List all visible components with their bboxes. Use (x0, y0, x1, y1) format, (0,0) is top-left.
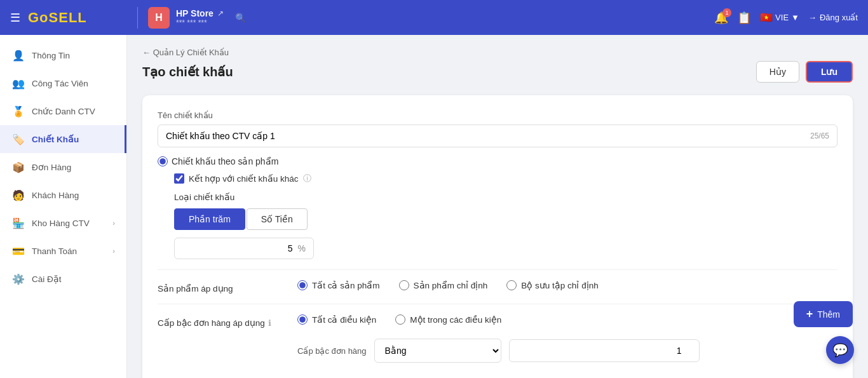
logout-button[interactable]: → Đăng xuất (808, 13, 858, 22)
tat-ca-san-pham-option[interactable]: Tất cả sản phẩm (297, 280, 380, 290)
sidebar-item-label: Cài Đặt (32, 274, 62, 284)
cap-bac-select[interactable]: Bằng Lớn hơn Nhỏ hơn (374, 339, 501, 363)
tat-ca-san-pham-radio[interactable] (297, 280, 308, 290)
store-stars: *** *** *** (176, 18, 224, 27)
navbar-right: 🔔 1 📋 🇻🇳 VIE ▼ → Đăng xuất (714, 11, 858, 25)
chiet-khau-theo-san-pham-radio[interactable] (158, 156, 168, 166)
bell-icon[interactable]: 🔔 1 (714, 11, 728, 25)
sidebar-item-chuc-danh-ctv[interactable]: 🏅 Chức Danh CTV (0, 97, 126, 125)
cap-bac-number-input[interactable] (509, 339, 700, 362)
ket-hop-info-icon[interactable]: ⓘ (303, 173, 311, 184)
cap-bac-dropdown-row: Cấp bậc đơn hàng Bằng Lớn hơn Nhỏ hơn (297, 339, 837, 363)
so-tien-button[interactable]: Số Tiền (247, 208, 308, 230)
them-label: Thêm (817, 309, 840, 320)
bo-suu-tap-option[interactable]: Bộ sưu tập chỉ định (506, 280, 598, 290)
san-pham-ap-dung-label: Sản phẩm áp dụng (158, 280, 285, 294)
clipboard-icon[interactable]: 📋 (737, 11, 751, 25)
page-title: Tạo chiết khấu (142, 64, 233, 79)
cancel-button[interactable]: Hủy (756, 61, 799, 83)
discount-value-input-wrapper: % (174, 238, 314, 259)
char-count: 25/65 (810, 132, 829, 140)
chevron-right-icon: › (112, 247, 115, 255)
mot-trong-cac-option[interactable]: Một trong các điều kiện (395, 314, 501, 325)
language-selector[interactable]: 🇻🇳 VIE ▼ (760, 11, 799, 24)
save-button[interactable]: Lưu (806, 61, 853, 83)
language-label: VIE (775, 13, 789, 22)
type-buttons-group: Phần trăm Số Tiền (174, 208, 837, 230)
cap-bac-don-hang-content: Tất cả điều kiện Một trong các điều kiện… (297, 314, 837, 363)
logo-sell: SELL (49, 10, 87, 25)
cap-bac-dropdown-label: Cấp bậc đơn hàng (297, 346, 367, 356)
san-pham-ap-dung-row: Sản phẩm áp dụng Tất cả sản phẩm Sản phẩ… (158, 269, 837, 304)
sidebar-item-label: Thông Tin (32, 51, 70, 60)
bo-suu-tap-radio[interactable] (506, 280, 517, 290)
sidebar-item-thong-tin[interactable]: 👤 Thông Tin (0, 41, 126, 69)
breadcrumb-arrow: ← (142, 48, 151, 57)
sidebar-item-label: Chiết Khấu (32, 134, 79, 144)
notification-badge: 1 (722, 8, 731, 17)
sidebar-item-don-hang[interactable]: 📦 Đơn Hàng (0, 153, 126, 181)
san-pham-ap-dung-content: Tất cả sản phẩm Sản phẩm chỉ định Bộ sưu… (297, 280, 837, 290)
cap-bac-don-hang-label: Cấp bậc đơn hàng áp dụng ℹ (158, 314, 285, 328)
phan-tram-button[interactable]: Phần trăm (174, 208, 245, 230)
loai-chiet-khau-section: Loại chiết khấu Phần trăm Số Tiền % (174, 192, 837, 259)
sidebar-item-cong-tac-vien[interactable]: 👥 Công Tác Viên (0, 69, 126, 97)
logout-label: Đăng xuất (820, 13, 858, 22)
store-name: HP Store (176, 8, 214, 18)
bo-suu-tap-label: Bộ sưu tập chỉ định (521, 280, 598, 290)
cap-bac-info-icon[interactable]: ℹ (268, 318, 271, 328)
san-pham-chi-dinh-radio[interactable] (399, 280, 409, 290)
store-info: H HP Store ↗ *** *** *** 🔍 (137, 7, 714, 29)
logo-go: Go (28, 10, 49, 25)
chat-bubble-button[interactable]: 💬 (826, 336, 854, 364)
store-external-link-icon[interactable]: ↗ (217, 9, 224, 18)
header-actions: Hủy Lưu (756, 61, 853, 83)
discount-value-input[interactable] (255, 243, 293, 253)
navbar: ☰ GoSELL H HP Store ↗ *** *** *** 🔍 🔔 1 … (0, 0, 868, 35)
logout-icon: → (808, 13, 817, 22)
chevron-down-icon: ▼ (791, 13, 799, 22)
cai-dat-icon: ⚙️ (11, 272, 25, 286)
ket-hop-checkbox[interactable] (174, 173, 184, 184)
sidebar-item-label: Công Tác Viên (32, 79, 88, 88)
ten-chiet-khau-input[interactable] (166, 131, 810, 141)
cong-tac-vien-icon: 👥 (11, 76, 25, 90)
ten-chiet-khau-input-wrapper: 25/65 (158, 125, 837, 147)
sidebar-item-chiet-khau[interactable]: 🏷️ Chiết Khấu (0, 125, 126, 153)
chat-icon: 💬 (832, 342, 848, 358)
hamburger-icon[interactable]: ☰ (10, 11, 20, 25)
tat-ca-dieu-kien-option[interactable]: Tất cả điều kiện (297, 314, 376, 325)
them-plus-icon: + (806, 307, 813, 321)
thanh-toan-icon: 💳 (11, 244, 25, 258)
thong-tin-icon: 👤 (11, 48, 25, 62)
sidebar-item-khach-hang[interactable]: 🧑 Khách Hàng (0, 181, 126, 209)
main-content: ← Quản Lý Chiết Khấu Tạo chiết khấu Hủy … (127, 35, 868, 378)
ket-hop-row: Kết hợp với chiết khấu khác ⓘ (174, 173, 837, 184)
tat-ca-san-pham-label: Tất cả sản phẩm (312, 280, 380, 290)
mot-trong-cac-radio[interactable] (395, 314, 405, 325)
chevron-right-icon: › (112, 219, 115, 227)
page-header: Tạo chiết khấu Hủy Lưu (142, 61, 853, 83)
breadcrumb-label: Quản Lý Chiết Khấu (153, 48, 229, 57)
ket-hop-label: Kết hợp với chiết khấu khác (189, 173, 299, 184)
chiet-khau-type-radio-group: Chiết khấu theo sản phẩm (158, 156, 837, 166)
chiet-khau-icon: 🏷️ (11, 132, 25, 146)
don-hang-icon: 📦 (11, 160, 25, 174)
mot-trong-cac-label: Một trong các điều kiện (410, 314, 501, 325)
breadcrumb[interactable]: ← Quản Lý Chiết Khấu (142, 48, 853, 57)
kho-hang-icon: 🏪 (11, 216, 25, 230)
sidebar-item-thanh-toan[interactable]: 💳 Thanh Toán › (0, 237, 126, 265)
cap-bac-don-hang-row: Cấp bậc đơn hàng áp dụng ℹ Tất cả điều k… (158, 304, 837, 373)
san-pham-chi-dinh-option[interactable]: Sản phẩm chỉ định (399, 280, 488, 290)
chuc-danh-icon: 🏅 (11, 104, 25, 118)
sidebar-item-kho-hang-ctv[interactable]: 🏪 Kho Hàng CTV › (0, 209, 126, 237)
sidebar-item-cai-dat[interactable]: ⚙️ Cài Đặt (0, 265, 126, 293)
ten-chiet-khau-label: Tên chiết khấu (158, 111, 837, 120)
layout: 👤 Thông Tin 👥 Công Tác Viên 🏅 Chức Danh … (0, 35, 868, 378)
tat-ca-dieu-kien-radio[interactable] (297, 314, 308, 325)
them-floating-button[interactable]: + Thêm (794, 301, 853, 327)
logo: GoSELL (28, 10, 87, 26)
chiet-khau-theo-san-pham-label: Chiết khấu theo sản phẩm (172, 156, 278, 166)
store-search-icon[interactable]: 🔍 (235, 13, 246, 23)
chiet-khau-theo-san-pham-option[interactable]: Chiết khấu theo sản phẩm (158, 156, 278, 166)
